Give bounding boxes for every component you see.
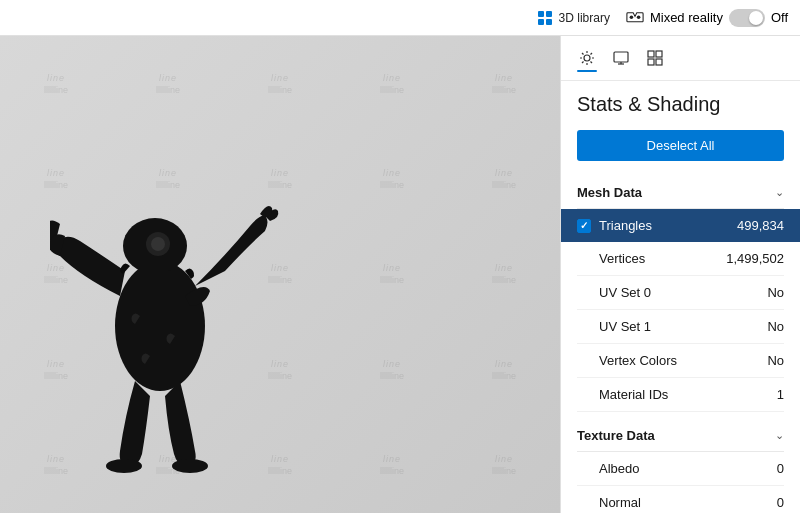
svg-point-13 bbox=[584, 55, 590, 61]
panel-content: Stats & Shading Deselect All Mesh Data ⌄… bbox=[561, 81, 800, 513]
texture-chevron-icon: ⌄ bbox=[775, 429, 784, 442]
svg-point-5 bbox=[637, 16, 641, 20]
svg-line-19 bbox=[591, 62, 593, 64]
checkbox-check: ✓ bbox=[580, 220, 588, 231]
svg-rect-22 bbox=[614, 52, 628, 62]
texture-data-label: Texture Data bbox=[577, 428, 655, 443]
mesh-data-header[interactable]: Mesh Data ⌄ bbox=[577, 177, 784, 209]
vertex-colors-label: Vertex Colors bbox=[599, 353, 677, 368]
material-ids-label: Material IDs bbox=[599, 387, 668, 402]
material-ids-row: Material IDs 1 bbox=[577, 378, 784, 412]
triangles-row-left: ✓ Triangles bbox=[577, 218, 652, 233]
svg-point-9 bbox=[151, 237, 165, 251]
library-label: 3D library bbox=[559, 11, 610, 25]
svg-rect-3 bbox=[546, 19, 552, 25]
svg-rect-26 bbox=[656, 51, 662, 57]
uv-set-1-row: UV Set 1 No bbox=[577, 310, 784, 344]
triangles-value: 499,834 bbox=[737, 218, 784, 233]
uv-set-1-label: UV Set 1 bbox=[599, 319, 651, 334]
svg-rect-1 bbox=[546, 11, 552, 17]
vertex-colors-row: Vertex Colors No bbox=[577, 344, 784, 378]
svg-point-11 bbox=[106, 459, 142, 473]
normal-label: Normal bbox=[599, 495, 641, 510]
svg-line-21 bbox=[582, 62, 584, 64]
library-button[interactable]: 3D library bbox=[536, 9, 610, 27]
svg-rect-27 bbox=[648, 59, 654, 65]
sun-icon-button[interactable] bbox=[573, 44, 601, 72]
toggle-knob bbox=[749, 11, 763, 25]
vertex-colors-value: No bbox=[767, 353, 784, 368]
mesh-chevron-icon: ⌄ bbox=[775, 186, 784, 199]
mixed-reality-icon bbox=[626, 9, 644, 27]
svg-rect-2 bbox=[538, 19, 544, 25]
albedo-row: Albedo 0 bbox=[577, 452, 784, 486]
triangles-label: Triangles bbox=[599, 218, 652, 233]
uv-set-0-value: No bbox=[767, 285, 784, 300]
svg-point-12 bbox=[172, 459, 208, 473]
texture-data-header[interactable]: Texture Data ⌄ bbox=[577, 420, 784, 452]
svg-rect-28 bbox=[656, 59, 662, 65]
svg-rect-25 bbox=[648, 51, 654, 57]
mixed-reality-section: Mixed reality Off bbox=[626, 9, 788, 27]
deselect-all-button[interactable]: Deselect All bbox=[577, 130, 784, 161]
svg-rect-0 bbox=[538, 11, 544, 17]
mesh-data-section: Mesh Data ⌄ ✓ Triangles 499,834 Vertices bbox=[577, 177, 784, 412]
3d-model bbox=[50, 96, 280, 476]
texture-data-section: Texture Data ⌄ Albedo 0 Normal 0 bbox=[577, 420, 784, 513]
viewport[interactable]: linelllllline linelllllline linellllllin… bbox=[0, 36, 560, 513]
panel-toolbar bbox=[561, 36, 800, 81]
uv-set-1-value: No bbox=[767, 319, 784, 334]
svg-line-20 bbox=[591, 53, 593, 55]
triangles-row[interactable]: ✓ Triangles 499,834 bbox=[561, 209, 800, 242]
mesh-data-label: Mesh Data bbox=[577, 185, 642, 200]
normal-row: Normal 0 bbox=[577, 486, 784, 513]
svg-rect-10 bbox=[142, 266, 168, 286]
main-area: linelllllline linelllllline linellllllin… bbox=[0, 36, 800, 513]
toggle-off-label: Off bbox=[771, 10, 788, 25]
mixed-reality-label: Mixed reality bbox=[650, 10, 723, 25]
normal-value: 0 bbox=[777, 495, 784, 510]
svg-point-4 bbox=[630, 16, 634, 20]
material-ids-value: 1 bbox=[777, 387, 784, 402]
right-panel: Stats & Shading Deselect All Mesh Data ⌄… bbox=[560, 36, 800, 513]
grid-icon-button[interactable] bbox=[641, 44, 669, 72]
panel-title: Stats & Shading bbox=[577, 93, 784, 116]
albedo-value: 0 bbox=[777, 461, 784, 476]
top-bar: 3D library Mixed reality Off bbox=[0, 0, 800, 36]
vertices-row: Vertices 1,499,502 bbox=[577, 242, 784, 276]
uv-set-0-label: UV Set 0 bbox=[599, 285, 651, 300]
mixed-reality-toggle[interactable] bbox=[729, 9, 765, 27]
vertices-value: 1,499,502 bbox=[726, 251, 784, 266]
3d-library-icon bbox=[536, 9, 554, 27]
display-icon-button[interactable] bbox=[607, 44, 635, 72]
uv-set-0-row: UV Set 0 No bbox=[577, 276, 784, 310]
albedo-label: Albedo bbox=[599, 461, 639, 476]
vertices-label: Vertices bbox=[599, 251, 645, 266]
triangles-checkbox[interactable]: ✓ bbox=[577, 219, 591, 233]
svg-line-18 bbox=[582, 53, 584, 55]
